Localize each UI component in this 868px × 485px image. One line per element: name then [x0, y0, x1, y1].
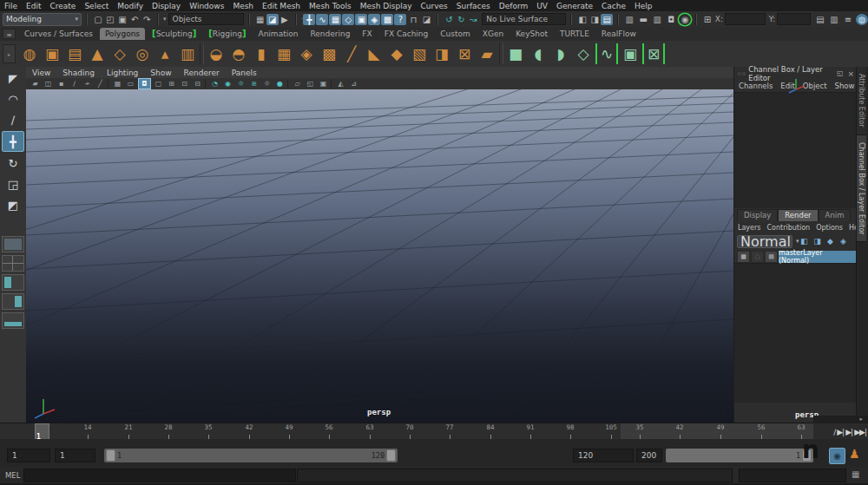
float-panel-icon[interactable]: ◱: [835, 69, 845, 77]
menu-item[interactable]: Modify: [113, 2, 148, 10]
snap-icon[interactable]: ▩: [381, 14, 393, 25]
animation-end-field[interactable]: 200: [636, 449, 662, 462]
shelf-tool-icon[interactable]: ▮: [251, 43, 272, 64]
menu-set-selector[interactable]: Modeling ▾: [3, 13, 82, 26]
shelf-tool-icon[interactable]: ╱: [341, 43, 362, 64]
file-action-icon[interactable]: ▣: [116, 14, 128, 25]
panel-toolbar-icon[interactable]: ≋: [248, 79, 260, 88]
shelf-tool-icon[interactable]: ◣: [364, 43, 385, 64]
panel-toolbar-icon[interactable]: ⊞: [166, 79, 177, 88]
menu-item[interactable]: Display: [148, 2, 185, 10]
shelf-tab[interactable]: TURTLE: [555, 28, 595, 40]
layer-action-icon[interactable]: ◈: [837, 237, 850, 246]
shelf-tool-icon[interactable]: ◇: [573, 43, 594, 64]
chevron-down-icon[interactable]: ▾: [163, 16, 167, 23]
viewport-canvas[interactable]: Verts: 0 0 0 Edges: 0 0 0 Faces: 0 0 0 T…: [26, 89, 733, 423]
time-slider[interactable]: 7142128354249566370778491981053542495663…: [0, 423, 868, 440]
bottom-split-layout-button[interactable]: [2, 312, 24, 329]
sidebar-toggle-icon[interactable]: ◍: [856, 14, 868, 25]
file-action-icon[interactable]: ◰: [104, 14, 116, 25]
shelf-tool-icon[interactable]: ◒: [206, 43, 227, 64]
shelf-tab[interactable]: Custom: [435, 28, 475, 40]
shelf-tab[interactable]: RealFlow: [596, 28, 641, 40]
range-slider-bar[interactable]: 1 120: [104, 449, 398, 462]
shelf-tool-icon[interactable]: ◎: [132, 43, 153, 64]
range-handle-right[interactable]: [386, 449, 396, 462]
shelf-tool-icon[interactable]: ▴: [155, 43, 175, 64]
panel-toolbar-icon[interactable]: ⊡: [179, 79, 190, 88]
channel-box-menu-item[interactable]: Channels: [739, 82, 773, 90]
panel-toolbar-icon[interactable]: ⊟: [192, 79, 203, 88]
shelf-tab[interactable]: [Sculpting]: [147, 28, 201, 40]
right-split-layout-button[interactable]: [2, 293, 24, 310]
panel-toolbar-icon[interactable]: [205, 79, 207, 88]
render-icon[interactable]: ▥: [651, 14, 663, 25]
shelf-tool-icon[interactable]: ▥: [177, 43, 198, 64]
drag-grip-icon[interactable]: ⠶⠶: [734, 70, 748, 77]
secondary-range-bar[interactable]: 1: [666, 449, 813, 462]
menu-item[interactable]: Edit: [22, 2, 45, 10]
channel-box-menu-item[interactable]: Show: [834, 82, 854, 90]
shelf-tool-icon[interactable]: ▩: [319, 43, 339, 64]
sidebar-toggle-icon[interactable]: ≡: [842, 14, 854, 25]
command-language-label[interactable]: MEL: [5, 471, 20, 480]
file-action-icon[interactable]: ▢: [92, 14, 104, 25]
y-coordinate-input[interactable]: [777, 13, 811, 25]
shelf-tab[interactable]: XGen: [477, 28, 509, 40]
snap-icon[interactable]: ⊓: [407, 14, 419, 25]
shelf-tool-icon[interactable]: ▦: [273, 43, 294, 64]
menu-item[interactable]: Curves: [417, 2, 452, 10]
layer-toggle-icon[interactable]: ▦: [737, 251, 750, 263]
panel-menu-item[interactable]: Lighting: [101, 69, 144, 77]
shelf-tab[interactable]: Animation: [253, 28, 304, 40]
panel-toolbar-icon[interactable]: ▭: [125, 79, 136, 88]
playback-button[interactable]: ▶|: [837, 428, 844, 436]
menu-item[interactable]: Edit Mesh: [258, 2, 305, 10]
panel-toolbar-icon[interactable]: ◔: [209, 79, 220, 88]
history-icon[interactable]: ↺: [443, 14, 455, 25]
auto-key-toggle[interactable]: ◉: [829, 448, 845, 464]
shelf-options-icon[interactable]: ▸: [3, 44, 16, 63]
render-icon[interactable]: ◘: [665, 14, 677, 25]
panel-toolbar-icon[interactable]: ◘: [138, 78, 151, 89]
shelf-tool-icon[interactable]: ▧: [409, 43, 430, 64]
tool-icon[interactable]: ◤: [3, 69, 23, 88]
shelf-tool-icon[interactable]: ▣: [42, 43, 62, 64]
layer-action-icon[interactable]: ◆: [824, 237, 837, 246]
panel-toolbar-icon[interactable]: [108, 79, 110, 88]
live-surface-field[interactable]: No Live Surface: [482, 13, 566, 25]
character-set-icon[interactable]: ♟: [849, 447, 860, 461]
panel-toolbar-icon[interactable]: ▪: [56, 79, 67, 88]
panel-toolbar-icon[interactable]: ▢: [153, 79, 164, 88]
shelf-tool-icon[interactable]: ◗: [550, 43, 571, 64]
shelf-tool-icon[interactable]: ▰: [477, 43, 497, 64]
shelf-tool-icon[interactable]: ■: [505, 43, 526, 64]
render-icon[interactable]: ▬: [637, 14, 649, 25]
perspective-viewport[interactable]: ViewShadingLightingShowRendererPanels ▰◫…: [26, 67, 733, 423]
range-handle-left[interactable]: [106, 449, 115, 462]
layer-editor-menu-item[interactable]: Options: [816, 224, 843, 232]
layer-toggle-icon[interactable]: ▤: [765, 251, 778, 263]
panel-toolbar-icon[interactable]: ◱: [305, 79, 316, 88]
panel-toolbar-icon[interactable]: ▰: [30, 79, 41, 88]
tool-icon[interactable]: ◲: [3, 174, 23, 193]
panel-toolbar-icon[interactable]: ◫: [43, 79, 54, 88]
panel-toolbar-icon[interactable]: ▱: [292, 79, 303, 88]
shelf-tool-icon[interactable]: ◇: [109, 43, 130, 64]
menu-item[interactable]: Select: [80, 2, 113, 10]
grid-icon[interactable]: ⊞: [701, 14, 713, 25]
shelf-tab[interactable]: FX Caching: [379, 28, 434, 40]
tool-icon[interactable]: ◠: [3, 89, 23, 108]
render-layer-row[interactable]: ▦○▤ masterLayer (Normal): [734, 251, 857, 263]
layer-editor-tab[interactable]: Display: [737, 209, 778, 221]
render-icon[interactable]: ◉: [679, 14, 691, 25]
shelf-tab[interactable]: KeyShot: [510, 28, 553, 40]
panel-menu-item[interactable]: Shading: [56, 69, 101, 77]
sidebar-vertical-tab[interactable]: Attribute Editor: [857, 67, 866, 135]
x-coordinate-input[interactable]: [725, 13, 766, 25]
layer-editor-menu-item[interactable]: Layers: [738, 224, 760, 232]
shelf-tool-icon[interactable]: ▤: [64, 43, 85, 64]
menu-item[interactable]: Windows: [185, 2, 228, 10]
shelf-tool-icon[interactable]: ◖: [528, 43, 549, 64]
shelf-tool-icon[interactable]: [499, 43, 503, 64]
